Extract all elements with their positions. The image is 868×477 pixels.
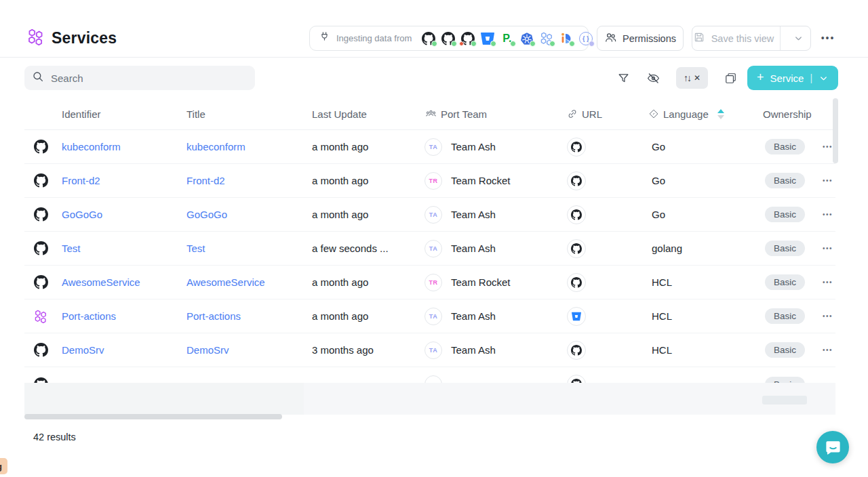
search-box[interactable] (24, 66, 255, 90)
row-menu-button[interactable]: ••• (820, 175, 835, 186)
team-icon (425, 108, 437, 120)
kubernetes-integration-icon[interactable] (519, 31, 534, 45)
permissions-button[interactable]: Permissions (597, 26, 684, 51)
column-header-last-update[interactable]: Last Update (312, 108, 422, 120)
identifier-link[interactable]: GoGoGo (62, 209, 102, 220)
team-name: Team Ash (451, 141, 496, 152)
integration-icons-row: P.{ } (421, 31, 593, 45)
corner-g-badge: g (0, 458, 7, 474)
column-header-url[interactable]: URL (567, 108, 648, 120)
chevron-down-icon[interactable] (818, 73, 829, 83)
port-icon (24, 310, 62, 323)
row-menu-button[interactable]: ••• (820, 277, 835, 287)
row-menu-button[interactable]: ••• (820, 209, 835, 220)
bottom-fade-overlay (0, 446, 868, 477)
pagerduty-integration-icon[interactable]: P. (500, 31, 514, 45)
title-link[interactable]: kubeconform (186, 141, 245, 152)
save-view-split-button: Save this view (692, 26, 811, 51)
github-icon (24, 343, 62, 357)
loading-skeleton (762, 396, 807, 405)
team-avatar: TA (425, 138, 442, 156)
save-view-button[interactable]: Save this view (692, 26, 774, 50)
github-url-link[interactable] (567, 171, 586, 190)
identifier-link[interactable]: Test (62, 243, 81, 254)
divider: | (810, 72, 812, 83)
github-url-link[interactable] (567, 273, 586, 292)
github-url-link[interactable] (567, 138, 586, 157)
group-by-button[interactable] (718, 66, 743, 90)
row-menu-button[interactable]: ••• (820, 345, 835, 355)
ownership-badge: Basic (765, 241, 805, 256)
scroll-columns-footer (304, 383, 835, 415)
plus-icon: + (757, 70, 764, 85)
language-value: Go (648, 141, 757, 152)
github-url-link[interactable] (567, 205, 586, 224)
table-row[interactable]: Test Test a few seconds ... TA Team Ash … (24, 232, 835, 266)
people-icon (604, 31, 617, 46)
bitbucket-url-link[interactable] (567, 307, 586, 326)
chevron-down-icon (793, 33, 804, 43)
github-integration-icon[interactable] (460, 31, 475, 45)
title-link[interactable]: AwesomeService (186, 276, 265, 288)
table-row[interactable]: GoGoGo GoGoGo a month ago TA Team Ash Go… (24, 198, 835, 232)
clear-sort-icon[interactable]: ✕ (694, 73, 701, 83)
title-link[interactable]: Port-actions (186, 310, 241, 322)
language-value: golang (648, 243, 757, 254)
add-service-button[interactable]: + Service | (747, 66, 838, 90)
table-row[interactable]: Port-actions Port-actions a month ago TA… (24, 299, 835, 333)
table-row[interactable]: DemoSrv DemoSrv 3 months ago TA Team Ash… (24, 333, 835, 367)
filter-button[interactable] (611, 66, 635, 90)
alert-dot (459, 41, 464, 46)
hide-properties-button[interactable] (641, 66, 665, 90)
ingesting-data-pill[interactable]: Ingesting data from P.{ } (309, 26, 589, 51)
page-more-menu-button[interactable]: ••• (818, 28, 838, 47)
results-count: 42 results (33, 432, 76, 442)
table-row[interactable]: Front-d2 Front-d2 a month ago TR Team Ro… (24, 164, 835, 198)
table-row[interactable]: kubeconform kubeconform a month ago TA T… (24, 130, 835, 164)
table-body: kubeconform kubeconform a month ago TA T… (24, 130, 835, 401)
title-link[interactable]: GoGoGo (186, 209, 227, 220)
column-header-port-team[interactable]: Port Team (422, 108, 567, 120)
github-integration-icon[interactable] (421, 31, 435, 45)
row-menu-button[interactable]: ••• (820, 243, 835, 253)
horizontal-scrollbar-thumb[interactable] (24, 414, 282, 419)
row-menu-button[interactable]: ••• (820, 311, 835, 321)
column-header-ownership[interactable]: Ownership (757, 108, 820, 120)
status-dot (490, 41, 496, 47)
webhook-integration-icon[interactable]: { } (578, 31, 593, 45)
identifier-link[interactable]: Port-actions (62, 310, 116, 322)
last-update-value: 3 months ago (312, 344, 422, 356)
plug-icon (319, 31, 330, 45)
column-header-language[interactable]: Language (648, 108, 757, 120)
funnel-icon (617, 72, 630, 85)
title-link[interactable]: Test (186, 243, 205, 254)
port-integration-icon[interactable] (539, 31, 553, 45)
title-link[interactable]: Front-d2 (186, 175, 225, 186)
github-url-link[interactable] (567, 239, 586, 258)
link-icon (567, 108, 578, 119)
identifier-link[interactable]: DemoSrv (62, 344, 104, 356)
chat-launcher-button[interactable] (816, 431, 849, 463)
github-url-link[interactable] (567, 341, 586, 360)
status-dot (451, 41, 457, 47)
github-integration-icon[interactable] (441, 31, 455, 45)
ownership-badge: Basic (765, 308, 805, 324)
table-row[interactable]: AwesomeService AwesomeService a month ag… (24, 266, 835, 299)
eye-off-icon (646, 71, 660, 85)
sort-active-button[interactable]: ↑↓ ✕ (676, 67, 708, 89)
add-service-label: Service (770, 72, 804, 84)
language-value: HCL (648, 276, 757, 288)
divider (780, 26, 781, 50)
column-header-title[interactable]: Title (186, 108, 312, 120)
identifier-link[interactable]: kubeconform (62, 141, 121, 152)
column-header-identifier[interactable]: Identifier (62, 108, 186, 120)
vertical-scrollbar-thumb[interactable] (833, 98, 838, 163)
save-view-dropdown-button[interactable] (786, 26, 810, 50)
search-input[interactable] (50, 72, 248, 85)
identifier-link[interactable]: AwesomeService (62, 276, 140, 288)
language-sort-indicator[interactable] (717, 109, 724, 119)
title-link[interactable]: DemoSrv (186, 344, 229, 356)
argo-integration-icon[interactable] (559, 31, 573, 45)
identifier-link[interactable]: Front-d2 (62, 175, 100, 186)
bitbucket-integration-icon[interactable] (480, 31, 494, 45)
